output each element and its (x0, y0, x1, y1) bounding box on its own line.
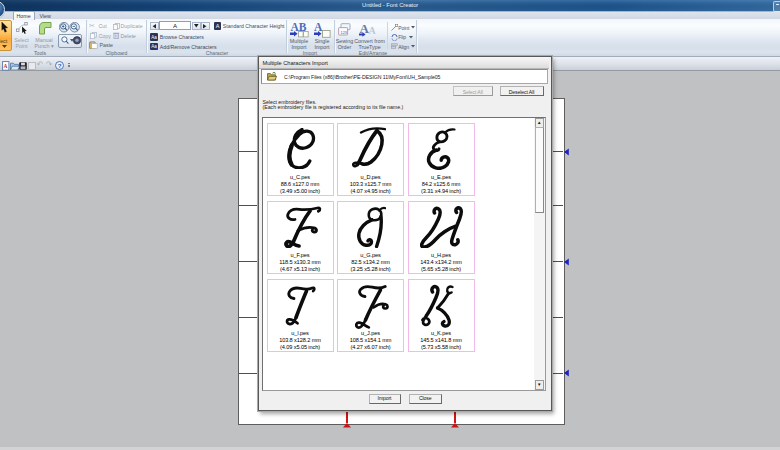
svg-text:?: ? (58, 62, 62, 69)
svg-text:A: A (4, 63, 8, 69)
svg-text:123: 123 (341, 31, 347, 35)
